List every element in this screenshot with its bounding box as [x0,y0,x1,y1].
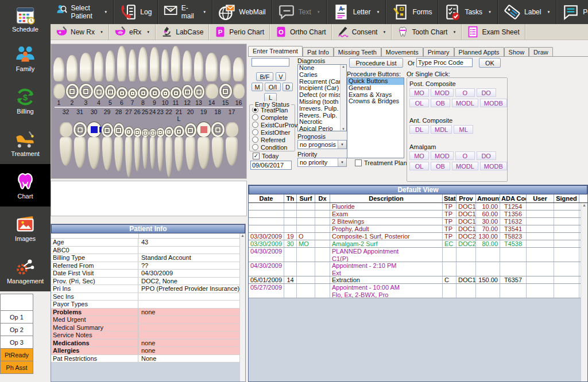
toolbar-button-label[interactable]: Label▼ [498,0,556,24]
toolbar-button-exam-sheet[interactable]: Exam Sheet [462,24,525,40]
tooth-24[interactable] [149,137,156,180]
quick-surface-button-do[interactable]: DO [477,151,496,160]
tooth-occlusal-29[interactable] [102,123,113,137]
tooth-18[interactable] [211,137,225,180]
quick-surface-button-o[interactable]: O [455,151,475,160]
surface-button-bf[interactable]: B/F [256,72,273,81]
tooth-occlusal-4[interactable] [94,85,105,99]
tooth-8[interactable] [138,45,149,81]
tooth-20[interactable] [185,137,196,180]
tab-missing-teeth[interactable]: Missing Teeth [334,47,381,56]
dropdown-arrow-icon[interactable]: ▼ [146,30,150,34]
diagnosis-item[interactable]: Missing (tooth s [298,99,346,106]
tooth-23[interactable] [157,137,164,180]
column-header-prov[interactable]: Prov [457,194,476,202]
chart-note-box[interactable] [51,181,247,216]
column-header-stat[interactable]: Stat [443,194,457,202]
diagnosis-listbox[interactable]: NoneCariesRecurrent (Car)Incipient (Car)… [297,64,347,131]
proc-code-input[interactable] [416,58,473,67]
tooth-occlusal-18[interactable] [211,122,225,137]
tooth-7[interactable] [128,45,137,81]
column-header-signed[interactable]: Signed [554,194,579,202]
quick-surface-button-mdl[interactable]: MDL [431,125,452,134]
tooth-16[interactable] [233,45,245,81]
procedure-row[interactable]: 2 BitewingsTPDOC130.00T1632 [249,218,587,225]
tooth-17[interactable] [225,137,239,180]
status-button-ph-asst[interactable]: Ph Asst [0,361,33,374]
tooth-occlusal-5[interactable] [105,85,116,99]
diagnosis-item[interactable]: Caries [298,72,346,79]
toolbar-button-tooth-chart[interactable]: Tooth Chart▼ [392,24,462,40]
tooth-25[interactable] [142,137,149,180]
diagnosis-item[interactable]: Irrevers. Pulp. [298,106,346,112]
procedure-row[interactable]: 04/30/2009PLANNED AppointmentC1(P) [249,248,587,262]
radio-icon[interactable] [252,122,258,128]
tooth-27[interactable] [125,137,133,180]
toolbar-button-popups[interactable]: Popups [556,0,588,24]
tooth-occlusal-11[interactable] [171,87,181,99]
toolbar-button-email[interactable]: @E-mail▼ [158,0,212,24]
sidebar-item-treatment[interactable]: Treatment [0,122,51,164]
toolbar-button-new-rx[interactable]: +New Rx▼ [51,24,109,40]
tooth-11[interactable] [171,45,181,81]
operatory-button-2[interactable]: Op 2 [0,323,33,336]
diagnosis-item[interactable]: Apical Perio [298,126,346,131]
toolbar-button-webmail[interactable]: WebMail [212,0,272,24]
tooth-9[interactable] [149,45,160,81]
tooth-21[interactable] [174,137,184,180]
tooth-occlusal-25[interactable] [142,129,149,137]
tooth-occlusal-8[interactable] [138,87,149,99]
procedure-search-input[interactable] [252,58,289,67]
sidebar-item-chart[interactable]: Chart [0,164,51,206]
dropdown-arrow-icon[interactable]: ▼ [203,10,206,14]
tooth-occlusal-31[interactable] [74,122,87,137]
toolbar-button-log[interactable]: Log [114,0,158,24]
tooth-occlusal-15[interactable] [219,84,232,99]
status-button-ptready[interactable]: PtReady [0,349,33,361]
toolbar-button-labcase[interactable]: LabCase [156,24,209,40]
dropdown-arrow-icon[interactable]: ▼ [452,30,456,34]
prognosis-dropdown-arrow-icon[interactable]: ▼ [338,141,346,149]
column-header-dx[interactable]: Dx [315,194,330,202]
tooth-occlusal-13[interactable] [194,85,204,99]
quick-surface-button-modb[interactable]: MODB [480,99,507,107]
tooth-4[interactable] [94,45,105,81]
sidebar-item-images[interactable]: Images [0,206,51,249]
quick-surface-button-mo[interactable]: MO [409,151,429,160]
tooth-occlusal-17[interactable] [225,122,239,137]
tooth-13[interactable] [194,45,204,81]
tab-movements[interactable]: Movements [381,47,423,56]
treatment-plans-checkbox[interactable]: Treatment Plans [353,159,410,166]
tooth-12[interactable] [182,45,193,81]
tooth-occlusal-24[interactable] [149,129,156,137]
radio-icon[interactable] [252,137,258,143]
tooth-32[interactable] [59,137,73,180]
procedure-row[interactable]: Prophy, AdultTPDOC170.00T3541 [249,225,587,233]
procedure-row[interactable]: 03/30/200930MOAmalgam-2 SurfECDOC280.00T… [249,240,587,248]
tooth-10[interactable] [161,45,170,81]
quick-surface-button-ol[interactable]: OL [409,99,429,107]
column-header-amount[interactable]: Amount [476,194,500,202]
tooth-2[interactable] [66,45,79,81]
entry-status-option-complete[interactable]: Complete [250,114,295,121]
dropdown-arrow-icon[interactable]: ▼ [317,10,320,14]
quick-surface-button-ob[interactable]: OB [431,162,450,170]
tooth-occlusal-14[interactable] [205,84,219,99]
quick-surface-button-modb[interactable]: MODB [480,162,507,170]
tooth-occlusal-3[interactable] [79,84,93,99]
tooth-occlusal-16[interactable] [233,84,245,99]
patient-info-scrollbar[interactable]: ▲ [239,233,245,381]
tooth-6[interactable] [117,45,127,81]
tooth-19[interactable] [197,137,211,180]
radio-icon[interactable] [252,114,258,120]
dropdown-arrow-icon[interactable]: ▼ [382,30,386,34]
tab-show[interactable]: Show [504,47,529,56]
tooth-15[interactable] [219,45,232,81]
progress-notes-scrollbar[interactable]: ▲ [581,203,587,381]
entry-status-option-existcurprov[interactable]: ExistCurProv [250,121,295,128]
column-header-ada-code[interactable]: ADA Code [500,194,527,202]
prognosis-dropdown[interactable]: no prognosis ▼ [297,140,347,149]
procedure-row[interactable]: 05/27/2009Appointment - 10:00 AMFlo, Ex,… [249,284,587,298]
tooth-occlusal-7[interactable] [128,88,137,99]
procedure-category-item[interactable]: Crowns & Bridges [347,98,404,105]
